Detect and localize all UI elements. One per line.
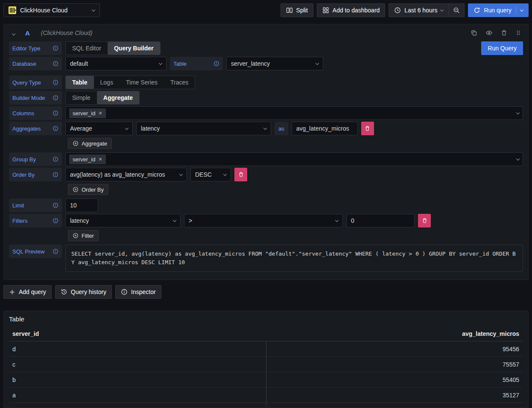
remove-aggregate-button[interactable] [361, 122, 374, 135]
run-query-toolbar-label: Run query [484, 7, 512, 14]
columns-multiselect[interactable]: server_id ✕ [65, 106, 523, 120]
clock-icon [394, 7, 401, 14]
run-query-toolbar-button[interactable]: Run query [468, 3, 529, 17]
add-aggregate-button[interactable]: Aggregate [68, 138, 112, 149]
info-icon[interactable] [53, 95, 58, 101]
chevron-down-icon [516, 157, 520, 160]
column-header-avg-latency-micros[interactable]: avg_latency_micros [266, 330, 523, 337]
builder-mode-simple[interactable]: Simple [66, 91, 97, 104]
filter-operator-select[interactable]: > [184, 214, 343, 227]
builder-mode-aggregate[interactable]: Aggregate [97, 91, 139, 104]
query-ref-id[interactable]: A [25, 29, 30, 37]
info-icon[interactable] [53, 218, 58, 224]
editor-type-query-builder[interactable]: Query Builder [108, 42, 160, 55]
info-icon[interactable] [53, 61, 58, 67]
order-by-direction-select[interactable]: DESC [190, 168, 231, 181]
database-label: Database [9, 57, 62, 70]
cell-avg-latency: 55405 [266, 372, 523, 387]
add-query-button[interactable]: Add query [3, 285, 52, 299]
info-icon[interactable] [53, 172, 58, 178]
cell-avg-latency: 95456 [266, 341, 523, 356]
drag-handle-icon[interactable] [515, 29, 521, 36]
limit-input[interactable] [65, 198, 98, 212]
add-filter-button[interactable]: Filter [68, 230, 99, 241]
filter-value-input[interactable] [346, 214, 415, 227]
table-row[interactable]: a 35127 [9, 388, 523, 403]
clickhouse-logo-icon [9, 6, 16, 14]
builder-mode-switcher: Simple Aggregate [65, 91, 140, 105]
duplicate-query-icon[interactable] [471, 29, 477, 36]
query-type-table[interactable]: Table [66, 76, 94, 89]
datasource-picker[interactable]: ClickHouse Cloud [3, 3, 100, 17]
info-icon[interactable] [53, 45, 58, 51]
plus-icon [9, 289, 15, 295]
inspector-button[interactable]: Inspector [115, 285, 161, 299]
add-to-dashboard-button[interactable]: Add to dashboard [317, 3, 386, 17]
query-editor-header: A (ClickHouse Cloud) [4, 24, 528, 41]
apps-icon [322, 7, 329, 14]
info-icon[interactable] [53, 110, 58, 116]
close-icon[interactable]: ✕ [98, 111, 102, 116]
results-table: server_id avg_latency_micros d 95456 c 7… [9, 328, 523, 406]
query-type-logs[interactable]: Logs [94, 76, 120, 89]
zoom-out-time-button[interactable] [448, 3, 465, 17]
table-row[interactable]: b 55405 [9, 372, 523, 388]
table-row[interactable]: c 75557 [9, 357, 523, 372]
columns-tag-server-id: server_id ✕ [69, 108, 106, 118]
info-icon[interactable] [53, 79, 58, 85]
group-by-multiselect[interactable]: server_id ✕ [65, 152, 523, 166]
filter-field-select[interactable]: latency [65, 214, 181, 227]
chevron-down-icon [335, 218, 339, 221]
chevron-down-icon [440, 8, 444, 11]
limit-label: Limit [9, 198, 62, 212]
info-icon[interactable] [53, 202, 58, 208]
sql-preview-label: SQL Preview [9, 245, 62, 258]
filters-label: Filters [9, 214, 62, 227]
run-query-button[interactable]: Run Query [481, 41, 523, 55]
query-type-time-series[interactable]: Time Series [120, 76, 164, 89]
editor-type-sql-editor[interactable]: SQL Editor [66, 42, 108, 55]
hide-response-icon[interactable] [485, 29, 493, 36]
aggregate-function-select[interactable]: Average [65, 122, 133, 135]
remove-filter-button[interactable] [418, 214, 431, 227]
table-column-divider-stub [9, 403, 523, 406]
chevron-down-icon [159, 61, 162, 64]
builder-mode-label: Builder Mode [9, 91, 62, 105]
chevron-down-icon [520, 8, 523, 11]
column-header-server-id[interactable]: server_id [9, 330, 266, 337]
zoom-out-icon [453, 7, 460, 14]
info-icon[interactable] [213, 61, 219, 67]
info-icon[interactable] [53, 125, 58, 131]
close-icon[interactable]: ✕ [98, 157, 102, 162]
aggregate-alias-input[interactable] [292, 122, 358, 135]
group-by-label: Group By [9, 152, 62, 166]
aggregate-column-select[interactable]: latency [136, 122, 271, 135]
explore-toolbar: ClickHouse Cloud Split Add to [0, 0, 532, 20]
info-icon [121, 289, 128, 295]
chevron-down-icon [173, 218, 176, 221]
table-select[interactable]: server_latency [226, 57, 323, 70]
collapse-query-icon[interactable] [11, 28, 17, 38]
database-select[interactable]: default [65, 57, 167, 70]
split-button[interactable]: Split [281, 3, 313, 17]
remove-order-by-button[interactable] [234, 168, 247, 181]
chevron-down-icon [125, 126, 129, 129]
results-table-header: server_id avg_latency_micros [9, 328, 523, 341]
order-by-label: Order By [9, 168, 62, 181]
explore-secondary-actions: Add query Query history Inspector [3, 285, 529, 299]
query-type-traces[interactable]: Traces [164, 76, 195, 89]
info-icon[interactable] [53, 248, 58, 254]
chevron-down-icon [92, 8, 95, 11]
sync-icon [474, 7, 480, 14]
query-history-button[interactable]: Query history [55, 285, 112, 299]
cell-avg-latency: 75557 [266, 357, 523, 372]
time-range-picker[interactable]: Last 6 hours [389, 3, 448, 17]
datasource-name: ClickHouse Cloud [20, 7, 88, 14]
table-row[interactable]: d 95456 [9, 341, 523, 357]
aggregates-label: Aggregates [9, 122, 62, 135]
history-icon [61, 289, 67, 295]
order-by-field-select[interactable]: avg(latency) as avg_latency_micros [65, 168, 187, 181]
remove-query-icon[interactable] [501, 29, 507, 36]
info-icon[interactable] [53, 156, 58, 162]
add-order-by-button[interactable]: Order By [68, 184, 108, 195]
